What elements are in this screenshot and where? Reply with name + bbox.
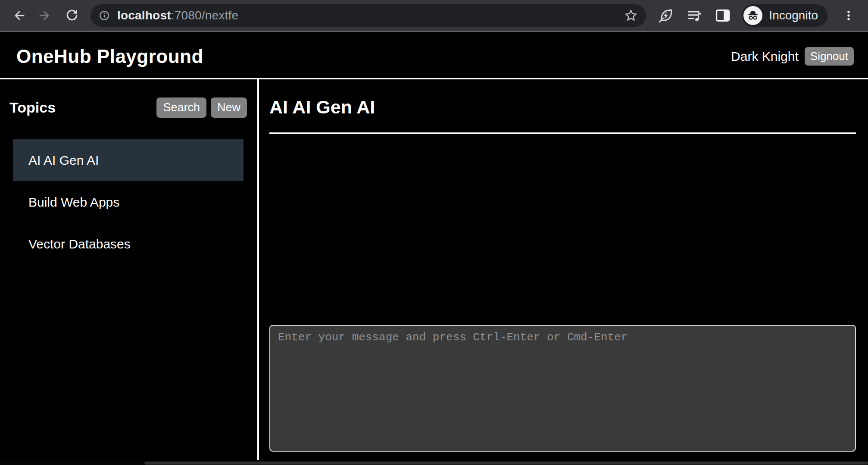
extension-icons (657, 7, 731, 24)
reload-icon (64, 8, 80, 23)
energy-saver-leaf-icon[interactable] (657, 7, 674, 24)
side-panel-icon[interactable] (714, 7, 731, 24)
back-arrow-icon (11, 8, 26, 23)
topic-item[interactable]: Vector Databases (13, 223, 244, 265)
chat-panel: AI AI Gen AI (259, 79, 868, 460)
content-area: Topics Search New AI AI Gen AI Build Web… (0, 79, 868, 460)
incognito-label: Incognito (769, 9, 818, 22)
horizontal-scrollbar-thumb[interactable] (144, 462, 868, 465)
browser-toolbar: localhost:7080/nextfe (0, 0, 868, 32)
heading-rule (269, 132, 856, 134)
search-topics-button[interactable]: Search (156, 97, 206, 118)
user-name: Dark Knight (731, 49, 799, 64)
sidebar-actions: Search New (156, 97, 247, 118)
topic-label: Build Web Apps (28, 195, 119, 210)
bookmark-star-icon[interactable] (624, 8, 638, 23)
header-user-area: Dark Knight Signout (731, 47, 854, 66)
browser-menu-button[interactable] (839, 6, 859, 25)
url-bar[interactable]: localhost:7080/nextfe (91, 4, 646, 27)
playlist-music-icon[interactable] (686, 7, 703, 24)
url-text: localhost:7080/nextfe (117, 9, 238, 22)
sidebar-header: Topics Search New (9, 97, 247, 118)
topic-label: AI AI Gen AI (28, 153, 99, 168)
incognito-icon (746, 8, 760, 23)
site-info-icon[interactable] (97, 9, 111, 22)
kebab-menu-icon (841, 8, 856, 23)
message-input[interactable] (269, 325, 856, 452)
topic-item[interactable]: AI AI Gen AI (13, 139, 244, 181)
topic-label: Vector Databases (28, 237, 131, 251)
new-topic-button[interactable]: New (211, 97, 247, 118)
forward-button[interactable] (35, 6, 55, 25)
back-button[interactable] (9, 6, 28, 25)
forward-arrow-icon (37, 8, 53, 23)
topics-heading: Topics (9, 99, 56, 116)
topic-list: AI AI Gen AI Build Web Apps Vector Datab… (13, 139, 244, 265)
incognito-avatar (743, 6, 762, 25)
chat-topic-heading: AI AI Gen AI (269, 97, 856, 118)
reload-button[interactable] (62, 6, 82, 25)
topic-item[interactable]: Build Web Apps (13, 181, 244, 223)
app-title: OneHub Playground (16, 46, 203, 67)
horizontal-scrollbar (0, 461, 868, 465)
app-header: OneHub Playground Dark Knight Signout (0, 32, 868, 79)
incognito-badge: Incognito (742, 4, 827, 27)
topics-sidebar: Topics Search New AI AI Gen AI Build Web… (0, 79, 257, 460)
signout-button[interactable]: Signout (805, 47, 854, 66)
